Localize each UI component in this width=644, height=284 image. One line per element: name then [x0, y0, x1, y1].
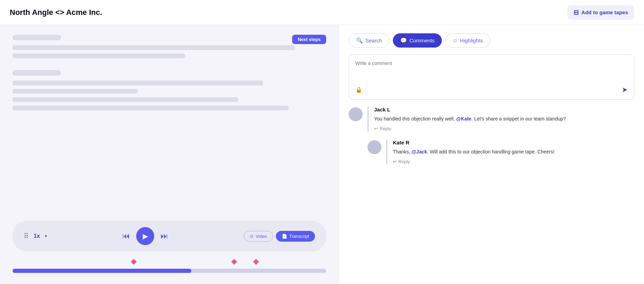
skeleton-line-5: [13, 97, 238, 102]
skeleton-line-2: [13, 53, 185, 58]
progress-bar-fill: [13, 269, 191, 273]
controls-right: ⊙ Video 📄 Transcript: [244, 231, 315, 242]
comments-icon: 💬: [400, 37, 407, 44]
comment-body: Kate R Thanks, @Jack. Will add this to o…: [386, 140, 634, 164]
reply-icon: ↩: [374, 126, 378, 131]
video-icon: ⊙: [250, 234, 254, 239]
comment-textarea[interactable]: [355, 60, 628, 81]
transcript-area: [13, 35, 326, 221]
comment-item: Jack L You handled this objection really…: [349, 107, 634, 131]
search-icon: 🔍: [356, 37, 363, 44]
next-steps-badge: Next steps: [292, 35, 326, 44]
tab-search[interactable]: 🔍 Search: [349, 33, 389, 48]
comment-author: Kate R: [393, 140, 634, 145]
reply-text-part-2: . Will add this to our objection handlin…: [427, 149, 555, 154]
skeleton-line-4: [13, 89, 138, 94]
comment-text-part: You handled this objection really well,: [374, 116, 456, 122]
skeleton-line-6: [13, 106, 289, 110]
mention-jack: @Jack: [412, 149, 427, 154]
skeleton-line-1: [13, 45, 295, 50]
comment-footer: 🔒 ➤: [355, 85, 628, 94]
progress-bar[interactable]: [13, 269, 326, 273]
left-panel: Next steps ⠿ 1x ▾ ⏮: [0, 25, 339, 284]
skeleton-group-1: [13, 35, 326, 62]
right-panel: 🔍 Search 💬 Comments ☆ Highlights 🔒 ➤: [339, 25, 644, 284]
add-to-gametapes-button[interactable]: ⊟ Add to game tapes: [567, 5, 634, 20]
header: North Angle <> Acme Inc. ⊟ Add to game t…: [0, 0, 644, 25]
skeleton-heading-1: [13, 35, 61, 40]
play-button[interactable]: ▶: [136, 227, 154, 245]
tab-comments[interactable]: 💬 Comments: [393, 33, 442, 48]
avatar: [368, 140, 381, 154]
video-view-button[interactable]: ⊙ Video: [244, 231, 273, 242]
timeline-marker-1: [131, 259, 137, 265]
comment-body: Jack L You handled this objection really…: [368, 107, 634, 131]
timeline-marker-3: [253, 259, 259, 265]
comments-list: Jack L You handled this objection really…: [349, 107, 634, 276]
comment-reply-item: Kate R Thanks, @Jack. Will add this to o…: [368, 140, 634, 164]
reply-button[interactable]: ↩ Reply: [393, 159, 410, 164]
send-comment-button[interactable]: ➤: [622, 85, 628, 94]
mention-kate: @Kate: [456, 116, 471, 122]
speed-icon: ⠿: [24, 232, 29, 240]
skeleton-group-2: [13, 70, 326, 114]
page-title: North Angle <> Acme Inc.: [10, 8, 102, 17]
controls-left: ⠿ 1x ▾: [24, 232, 47, 240]
highlights-icon: ☆: [453, 37, 457, 44]
controls-center: ⏮ ▶ ⏭: [122, 227, 168, 245]
tab-highlights[interactable]: ☆ Highlights: [445, 33, 490, 48]
reply-text-part-1: Thanks,: [393, 149, 412, 154]
fast-forward-button[interactable]: ⏭: [160, 232, 168, 241]
skeleton-heading-2: [13, 70, 61, 76]
player-controls: ⠿ 1x ▾ ⏮ ▶ ⏭ ⊙ Video 📄 Transcript: [13, 221, 326, 251]
speed-label: 1x: [34, 233, 40, 239]
timeline-area: [13, 258, 326, 276]
transcript-icon: 📄: [282, 234, 287, 239]
speed-dropdown-arrow[interactable]: ▾: [45, 234, 47, 239]
lock-icon: 🔒: [355, 86, 362, 93]
skeleton-line-3: [13, 81, 263, 85]
comment-text: You handled this objection really well, …: [374, 115, 634, 123]
timeline-markers: [13, 258, 326, 267]
reply-button[interactable]: ↩ Reply: [374, 126, 391, 131]
tabs-row: 🔍 Search 💬 Comments ☆ Highlights: [349, 33, 634, 48]
timeline-marker-2: [231, 259, 237, 265]
reply-icon: ↩: [393, 159, 397, 164]
gametapes-icon: ⊟: [573, 9, 579, 16]
comment-text: Thanks, @Jack. Will add this to our obje…: [393, 148, 634, 156]
avatar: [349, 107, 363, 121]
transcript-view-button[interactable]: 📄 Transcript: [276, 231, 315, 242]
comment-input-box: 🔒 ➤: [349, 55, 634, 100]
comment-author: Jack L: [374, 107, 634, 112]
rewind-button[interactable]: ⏮: [122, 232, 130, 241]
main-layout: Next steps ⠿ 1x ▾ ⏮: [0, 25, 644, 284]
comment-text-part-2: . Let's share a snippet in our team stan…: [471, 116, 566, 122]
